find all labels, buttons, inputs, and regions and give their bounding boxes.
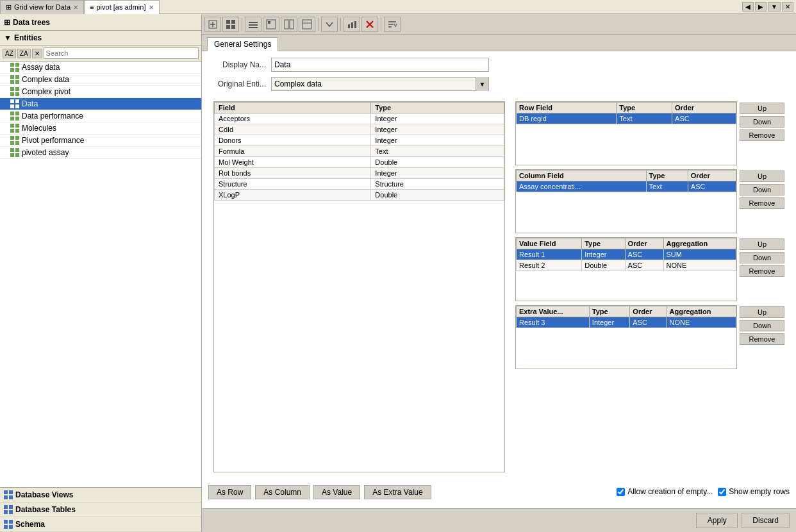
toolbar-btn2[interactable] bbox=[263, 17, 279, 32]
field-name: Acceptors bbox=[215, 113, 371, 124]
table-row[interactable]: Result 2 Double ASC NONE bbox=[517, 260, 736, 271]
sort-az-btn[interactable]: AZ bbox=[3, 49, 16, 58]
extra-value-up[interactable]: Up bbox=[740, 306, 784, 318]
title-bar: ⊞ Grid view for Data ✕ ≡ pivot [as admin… bbox=[0, 0, 796, 14]
sidebar-item-data-performance[interactable]: Data performance bbox=[0, 110, 201, 122]
checkbox-row: Allow creation of empty... Show empty ro… bbox=[617, 485, 790, 499]
extra-value-table: Extra Value... Type Order Aggregation Re… bbox=[516, 306, 736, 328]
extra-field-col2: Type bbox=[589, 306, 630, 317]
extra-value-down[interactable]: Down bbox=[740, 320, 784, 331]
table-row[interactable]: Result 1 Integer ASC SUM bbox=[517, 249, 736, 260]
sidebar-item-pivot-perf[interactable]: Pivot performance bbox=[0, 135, 201, 147]
chart-btn[interactable] bbox=[344, 17, 360, 32]
toolbar-btn3[interactable] bbox=[281, 17, 297, 32]
grid-icon-complex bbox=[10, 75, 19, 84]
row-field-col3: Order bbox=[672, 103, 736, 113]
row-field-col1: Row Field bbox=[517, 103, 617, 113]
sidebar-item-label-pivoted-assay: pivoted assay bbox=[22, 148, 69, 157]
new-btn[interactable] bbox=[204, 17, 221, 32]
field-name: CdId bbox=[215, 124, 371, 135]
value-field-down[interactable]: Down bbox=[740, 252, 784, 263]
tab-grid-view[interactable]: ⊞ Grid view for Data ✕ bbox=[0, 0, 84, 14]
field-name: Structure bbox=[215, 179, 371, 190]
fields-col-type: Type bbox=[371, 103, 504, 113]
sidebar-item-molecules[interactable]: Molecules bbox=[0, 122, 201, 135]
sidebar-item-data[interactable]: Data bbox=[0, 98, 201, 110]
table-row[interactable]: Result 3 Integer ASC NONE bbox=[517, 317, 736, 328]
allow-empty-checkbox[interactable] bbox=[617, 488, 625, 496]
content-area: General Settings Display Na... Original … bbox=[202, 14, 796, 532]
table-row[interactable]: Structure Structure bbox=[215, 179, 504, 190]
general-settings-tab[interactable]: General Settings bbox=[207, 37, 278, 51]
main-split: Field Type Acceptors Integer CdId bbox=[208, 96, 790, 478]
row-field-down[interactable]: Down bbox=[740, 116, 784, 128]
sidebar-item-assay-data[interactable]: Assay data bbox=[0, 62, 201, 74]
column-field-down[interactable]: Down bbox=[740, 184, 784, 195]
show-empty-rows-checkbox[interactable] bbox=[718, 488, 726, 496]
as-extra-value-button[interactable]: As Extra Value bbox=[364, 485, 431, 499]
value-field-up[interactable]: Up bbox=[740, 238, 784, 250]
column-field-remove[interactable]: Remove bbox=[740, 197, 784, 209]
table-row[interactable]: Mol Weight Double bbox=[215, 157, 504, 168]
nav-forward[interactable]: ▶ bbox=[755, 2, 767, 12]
title-nav: ◀ ▶ ▼ ✕ bbox=[742, 2, 796, 12]
apply-button[interactable]: Apply bbox=[696, 513, 738, 528]
row-field-remove[interactable]: Remove bbox=[740, 129, 784, 141]
main-layout: ⊞ Data trees ▼ Entities AZ ZA ✕ Assay da… bbox=[0, 14, 796, 532]
extra-value-remove[interactable]: Remove bbox=[740, 333, 784, 345]
discard-button[interactable]: Discard bbox=[742, 513, 790, 528]
table-row[interactable]: Acceptors Integer bbox=[215, 113, 504, 124]
val-field-col2: Type bbox=[582, 238, 625, 249]
svg-rect-1 bbox=[15, 63, 19, 67]
show-empty-rows-checkbox-label[interactable]: Show empty rows bbox=[718, 487, 790, 496]
grid-btn[interactable] bbox=[222, 17, 239, 32]
fields-panel: Field Type Acceptors Integer CdId bbox=[213, 101, 505, 472]
tab-grid-view-icon: ⊞ bbox=[6, 3, 12, 12]
field-type: Integer bbox=[371, 124, 504, 135]
allow-empty-checkbox-label[interactable]: Allow creation of empty... bbox=[617, 487, 713, 496]
svg-rect-43 bbox=[9, 525, 13, 529]
grid-icon-complex-pivot bbox=[10, 87, 19, 96]
as-row-button[interactable]: As Row bbox=[208, 485, 251, 499]
display-name-input[interactable] bbox=[271, 58, 489, 72]
tab-pivot-close[interactable]: ✕ bbox=[149, 4, 154, 11]
sidebar-item-complex-pivot[interactable]: Complex pivot bbox=[0, 86, 201, 98]
table-row[interactable]: XLogP Double bbox=[215, 190, 504, 201]
sort-za-btn[interactable]: ZA bbox=[17, 49, 31, 58]
sidebar-db-tables[interactable]: Database Tables bbox=[0, 503, 201, 517]
svg-rect-60 bbox=[348, 24, 350, 28]
nav-close[interactable]: ✕ bbox=[782, 2, 793, 12]
value-field-remove[interactable]: Remove bbox=[740, 265, 784, 277]
grid-icon-pivoted-assay bbox=[10, 148, 19, 157]
table-row[interactable]: Donors Integer bbox=[215, 135, 504, 146]
nav-dropdown[interactable]: ▼ bbox=[768, 2, 781, 12]
table-row[interactable]: DB regid Text ASC bbox=[517, 113, 736, 124]
toolbar-btn1[interactable] bbox=[245, 17, 261, 32]
table-row[interactable]: Assay concentrati... Text ASC bbox=[517, 181, 736, 192]
row-field-up[interactable]: Up bbox=[740, 103, 784, 114]
table-row[interactable]: CdId Integer bbox=[215, 124, 504, 135]
field-name: Rot bonds bbox=[215, 168, 371, 179]
sidebar-item-pivoted-assay[interactable]: pivoted assay bbox=[0, 147, 201, 159]
sort-btn[interactable] bbox=[384, 17, 401, 32]
sidebar-entities-section[interactable]: ▼ Entities bbox=[0, 31, 201, 46]
tab-pivot[interactable]: ≡ pivot [as admin] ✕ bbox=[84, 0, 159, 14]
delete-btn[interactable] bbox=[361, 17, 378, 32]
as-column-button[interactable]: As Column bbox=[255, 485, 310, 499]
nav-back[interactable]: ◀ bbox=[742, 2, 754, 12]
column-field-up[interactable]: Up bbox=[740, 170, 784, 182]
original-entity-dropdown[interactable]: ▼ bbox=[476, 77, 488, 91]
sidebar-item-complex-data[interactable]: Complex data bbox=[0, 74, 201, 86]
sidebar-schema[interactable]: Schema bbox=[0, 517, 201, 532]
table-row[interactable]: Formula Text bbox=[215, 146, 504, 157]
arrow-btn[interactable] bbox=[321, 17, 338, 32]
svg-rect-3 bbox=[15, 68, 19, 72]
toolbar-btn4[interactable] bbox=[299, 17, 315, 32]
grid-icon-data-perf bbox=[10, 112, 19, 121]
tab-grid-view-close[interactable]: ✕ bbox=[73, 4, 78, 11]
filter-btn[interactable]: ✕ bbox=[32, 49, 42, 58]
search-input[interactable] bbox=[44, 47, 199, 59]
as-value-button[interactable]: As Value bbox=[313, 485, 360, 499]
sidebar-db-views[interactable]: Database Views bbox=[0, 488, 201, 503]
table-row[interactable]: Rot bonds Integer bbox=[215, 168, 504, 179]
